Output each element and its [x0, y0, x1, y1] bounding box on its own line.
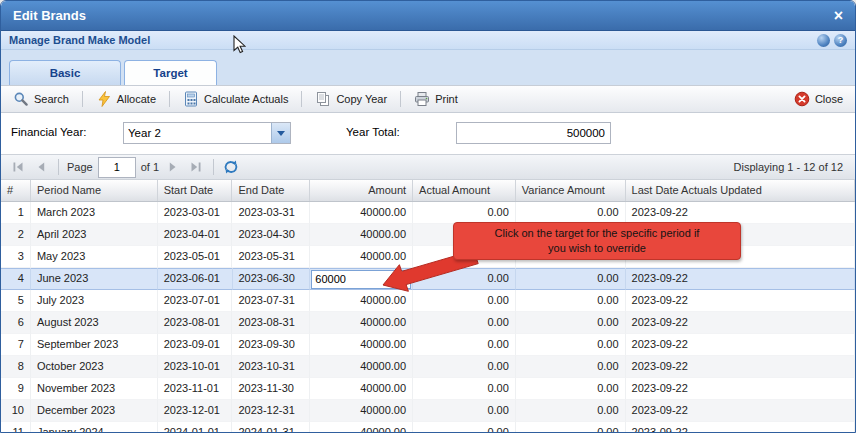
grid-cell[interactable]: 3: [1, 246, 31, 268]
year-total-input[interactable]: [456, 122, 611, 144]
grid-cell[interactable]: 0.00: [516, 268, 626, 290]
grid-cell[interactable]: 2023-09-22: [626, 378, 855, 400]
tab-target[interactable]: Target: [124, 60, 217, 85]
grid-cell[interactable]: 2023-08-01: [158, 312, 233, 334]
grid-cell[interactable]: 2023-08-31: [232, 312, 310, 334]
grid-cell[interactable]: 9: [1, 378, 31, 400]
grid-cell[interactable]: April 2023: [31, 224, 158, 246]
grid-cell[interactable]: 2023-09-22: [626, 268, 855, 290]
grid-cell[interactable]: March 2023: [31, 202, 158, 224]
print-button[interactable]: Print: [408, 89, 464, 109]
grid-cell[interactable]: 40000.00: [310, 202, 413, 224]
grid-cell[interactable]: 2023-09-01: [158, 334, 233, 356]
grid-cell[interactable]: 2023-10-31: [232, 356, 310, 378]
column-header[interactable]: Last Date Actuals Updated: [626, 180, 855, 201]
grid-cell[interactable]: 0.00: [516, 400, 626, 422]
page-number-input[interactable]: [98, 157, 136, 178]
grid-cell[interactable]: 2023-09-22: [626, 334, 855, 356]
grid-cell[interactable]: 2023-10-01: [158, 356, 233, 378]
grid-cell[interactable]: 40000.00: [310, 224, 413, 246]
grid-cell[interactable]: 0.00: [516, 356, 626, 378]
grid-cell[interactable]: August 2023: [31, 312, 158, 334]
grid-cell[interactable]: 0.00: [516, 334, 626, 356]
grid-cell[interactable]: July 2023: [31, 290, 158, 312]
last-page-button[interactable]: [187, 158, 205, 176]
window-close-icon[interactable]: ×: [834, 8, 843, 24]
grid-cell[interactable]: 0.00: [516, 312, 626, 334]
grid-cell[interactable]: 2023-03-31: [232, 202, 310, 224]
grid-cell[interactable]: 2023-09-22: [626, 422, 855, 432]
financial-year-input[interactable]: [124, 123, 271, 143]
grid-cell[interactable]: September 2023: [31, 334, 158, 356]
close-button[interactable]: Close: [788, 89, 849, 109]
grid-cell[interactable]: 6: [1, 312, 31, 334]
grid-cell[interactable]: 2023-11-30: [232, 378, 310, 400]
refresh-button[interactable]: [222, 158, 240, 176]
grid-cell[interactable]: January 2024: [31, 422, 158, 432]
grid-cell[interactable]: 2023-05-01: [158, 246, 233, 268]
grid-cell[interactable]: October 2023: [31, 356, 158, 378]
column-header[interactable]: Actual Amount: [413, 180, 516, 201]
grid-cell[interactable]: 40000.00: [310, 356, 413, 378]
help-icon[interactable]: ?: [834, 34, 847, 47]
combo-trigger-button[interactable]: [271, 123, 290, 143]
grid-cell[interactable]: 0.00: [413, 290, 516, 312]
grid-cell[interactable]: 2: [1, 224, 31, 246]
table-row[interactable]: 6August 20232023-08-012023-08-3140000.00…: [1, 312, 855, 334]
grid-cell[interactable]: 0.00: [516, 378, 626, 400]
grid-cell[interactable]: 0.00: [516, 290, 626, 312]
column-header[interactable]: Amount: [310, 180, 413, 201]
grid-cell[interactable]: 2023-06-01: [158, 268, 233, 290]
first-page-button[interactable]: [9, 158, 27, 176]
column-header[interactable]: Variance Amount: [516, 180, 626, 201]
grid-cell[interactable]: 10: [1, 400, 31, 422]
grid-cell[interactable]: December 2023: [31, 400, 158, 422]
grid-cell[interactable]: 40000.00: [310, 422, 413, 432]
grid-cell[interactable]: 40000.00: [310, 312, 413, 334]
column-header[interactable]: #: [1, 180, 31, 201]
table-row[interactable]: 1March 20232023-03-012023-03-3140000.000…: [1, 202, 855, 224]
search-button[interactable]: Search: [7, 89, 75, 109]
grid-cell[interactable]: 11: [1, 422, 31, 432]
calculate-actuals-button[interactable]: Calculate Actuals: [177, 89, 294, 109]
grid-cell[interactable]: 2023-09-22: [626, 356, 855, 378]
grid-cell[interactable]: May 2023: [31, 246, 158, 268]
tab-basic[interactable]: Basic: [9, 60, 121, 85]
column-header[interactable]: Start Date: [158, 180, 233, 201]
grid-cell[interactable]: 8: [1, 356, 31, 378]
table-row[interactable]: 10December 20232023-12-012023-12-3140000…: [1, 400, 855, 422]
grid-cell[interactable]: 2023-09-22: [626, 400, 855, 422]
grid-cell[interactable]: 2023-04-30: [232, 224, 310, 246]
table-row[interactable]: 5July 20232023-07-012023-07-3140000.000.…: [1, 290, 855, 312]
grid-cell[interactable]: 2023-07-01: [158, 290, 233, 312]
table-row[interactable]: 8October 20232023-10-012023-10-3140000.0…: [1, 356, 855, 378]
grid-cell[interactable]: 2023-12-31: [232, 400, 310, 422]
grid-cell[interactable]: November 2023: [31, 378, 158, 400]
table-row[interactable]: 11January 20242024-01-012024-01-3140000.…: [1, 422, 855, 432]
grid-cell[interactable]: 4: [1, 268, 31, 290]
grid-cell[interactable]: 2024-01-31: [232, 422, 310, 432]
financial-year-combo[interactable]: [123, 122, 291, 144]
grid-cell[interactable]: 0.00: [413, 422, 516, 432]
grid-cell[interactable]: 2023-04-01: [158, 224, 233, 246]
grid-cell[interactable]: 1: [1, 202, 31, 224]
grid-cell[interactable]: 40000.00: [310, 334, 413, 356]
grid-cell[interactable]: 40000.00: [310, 290, 413, 312]
grid-cell[interactable]: 5: [1, 290, 31, 312]
grid-cell[interactable]: 0.00: [413, 378, 516, 400]
grid-cell[interactable]: 2023-12-01: [158, 400, 233, 422]
grid-cell[interactable]: 2023-05-31: [232, 246, 310, 268]
grid-cell[interactable]: 0.00: [413, 312, 516, 334]
column-header[interactable]: Period Name: [31, 180, 158, 201]
grid-cell[interactable]: 2023-09-22: [626, 290, 855, 312]
grid-cell[interactable]: 2023-07-31: [232, 290, 310, 312]
next-page-button[interactable]: [164, 158, 182, 176]
grid-cell[interactable]: June 2023: [31, 268, 158, 290]
settings-icon[interactable]: [817, 34, 830, 47]
grid-cell[interactable]: 0.00: [413, 334, 516, 356]
grid-cell[interactable]: 0.00: [413, 202, 516, 224]
grid-cell[interactable]: 2023-03-01: [158, 202, 233, 224]
grid-cell[interactable]: 2023-09-22: [626, 312, 855, 334]
table-row[interactable]: 9November 20232023-11-012023-11-3040000.…: [1, 378, 855, 400]
table-row[interactable]: 7September 20232023-09-012023-09-3040000…: [1, 334, 855, 356]
